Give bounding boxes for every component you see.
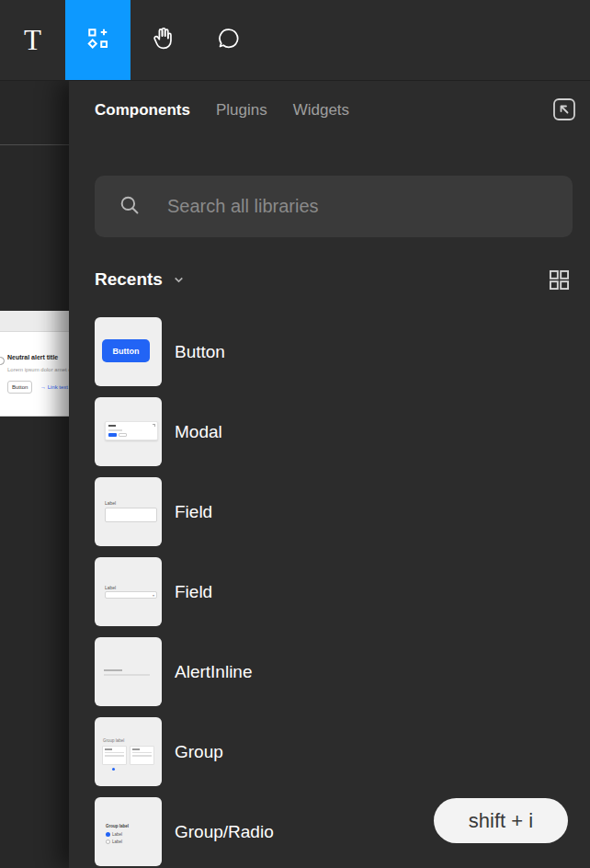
mini-modal	[105, 421, 158, 440]
canvas[interactable]: Neutral alert title Lorem ipsum dolor am…	[0, 81, 69, 868]
mini-dot	[112, 768, 115, 771]
recents-dropdown-button[interactable]	[173, 274, 185, 286]
components-list: Button Button Modal Label Field Label ▾ …	[95, 317, 590, 866]
mini-button: Button	[102, 339, 150, 362]
hand-tool-button[interactable]	[130, 0, 196, 80]
recents-title: Recents	[95, 269, 163, 290]
alert-description: Lorem ipsum dolor amet conse	[7, 367, 69, 372]
mini-alert-title-line	[104, 669, 122, 671]
component-thumbnail: Label ▾	[95, 557, 162, 626]
tab-widgets[interactable]: Widgets	[293, 101, 349, 120]
comment-tool-button[interactable]	[196, 0, 261, 80]
component-label: Field	[175, 582, 212, 602]
hand-icon	[150, 25, 176, 55]
comment-icon	[216, 26, 242, 55]
component-list-item[interactable]: Label ▾ Field	[95, 557, 590, 626]
component-list-item[interactable]: Button Button	[95, 317, 590, 386]
mini-select: ▾	[105, 591, 157, 599]
mini-field-label: Label	[105, 500, 116, 506]
assets-icon	[85, 25, 112, 56]
component-list-item[interactable]: AlertInline	[95, 637, 590, 706]
search-icon	[118, 193, 142, 221]
figma-app: Neutral alert title Lorem ipsum dolor am…	[0, 0, 590, 868]
component-label: Group	[175, 742, 223, 762]
assets-tool-button[interactable]	[65, 0, 130, 80]
component-label: Field	[175, 502, 212, 522]
component-thumbnail: Group label	[95, 717, 162, 786]
mini-radio-row: Label	[106, 839, 122, 844]
mini-card	[130, 746, 154, 765]
component-label: Modal	[175, 422, 222, 442]
component-label: AlertInline	[175, 662, 253, 682]
mini-radio-row: Label	[106, 832, 122, 837]
canvas-alert-card[interactable]: Neutral alert title Lorem ipsum dolor am…	[0, 331, 69, 417]
alert-link[interactable]: → Link text	[40, 384, 68, 390]
mini-group-label: Group label	[103, 738, 124, 743]
component-thumbnail	[95, 637, 162, 706]
component-thumbnail	[95, 397, 162, 466]
mini-card	[102, 746, 127, 765]
panel-tabs: Components Plugins Widgets	[95, 101, 349, 120]
alert-title: Neutral alert title	[7, 354, 58, 360]
tab-plugins[interactable]: Plugins	[216, 101, 267, 120]
shortcut-badge: shift + i	[434, 798, 568, 843]
component-thumbnail: Label	[95, 477, 162, 546]
detach-panel-button[interactable]	[550, 97, 579, 126]
component-label: Button	[175, 342, 225, 362]
canvas-frame-edge	[0, 144, 69, 145]
component-list-item[interactable]: Group label Group	[95, 717, 590, 786]
text-tool-icon: T	[24, 26, 41, 54]
mini-alert-text-line	[104, 674, 150, 676]
grid-view-button[interactable]	[547, 268, 572, 292]
component-list-item[interactable]: Label Field	[95, 477, 590, 546]
mini-input	[105, 508, 157, 522]
component-list-item[interactable]: Modal	[95, 397, 590, 466]
mini-group-label: Group label	[106, 824, 129, 828]
tab-components[interactable]: Components	[95, 101, 190, 120]
text-tool-button[interactable]: T	[0, 0, 65, 80]
toolbar: T	[0, 0, 590, 81]
canvas-card-partial-above	[0, 311, 69, 331]
component-thumbnail: Group label Label Label	[95, 797, 162, 866]
mini-field-label: Label	[105, 585, 116, 590]
component-thumbnail: Button	[95, 317, 162, 386]
alert-info-icon	[0, 357, 5, 365]
component-label: Group/Radio	[175, 822, 274, 842]
search-input[interactable]	[165, 195, 554, 218]
recents-header: Recents	[95, 267, 572, 292]
alert-button[interactable]: Button	[7, 381, 32, 394]
search-bar[interactable]	[95, 176, 573, 237]
components-panel: Components Plugins Widgets Recents	[69, 81, 590, 868]
arrow-up-left-icon	[550, 95, 579, 128]
